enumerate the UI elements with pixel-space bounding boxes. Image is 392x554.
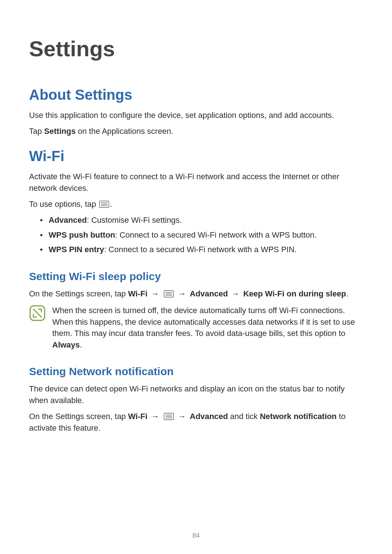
section-wifi-heading: Wi-Fi — [29, 148, 363, 164]
subsection-sleep-policy-heading: Setting Wi-Fi sleep policy — [29, 270, 363, 283]
option-wps-pin-desc: : Connect to a secured Wi-Fi network wit… — [104, 245, 297, 254]
network-notification-description: The device can detect open Wi-Fi network… — [29, 383, 363, 406]
list-item: WPS PIN entry: Connect to a secured Wi-F… — [40, 243, 363, 256]
network-notification-path: On the Settings screen, tap Wi-Fi → → Ad… — [29, 411, 363, 434]
text-fragment: . — [110, 200, 112, 209]
option-wps-pin-label: WPS PIN entry — [49, 245, 104, 254]
path-wifi: Wi-Fi — [128, 289, 148, 298]
text-fragment: On the Settings screen, tap — [29, 412, 128, 421]
page-number: 84 — [0, 532, 392, 539]
note-icon — [29, 305, 46, 321]
option-advanced-desc: : Customise Wi-Fi settings. — [87, 216, 182, 225]
wifi-description: Activate the Wi-Fi feature to connect to… — [29, 171, 363, 194]
text-fragment: Tap — [29, 127, 44, 136]
menu-icon — [164, 413, 174, 420]
menu-icon — [99, 201, 109, 208]
note-text: When the screen is turned off, the devic… — [52, 305, 363, 351]
wifi-options-list: Advanced: Customise Wi-Fi settings. WPS … — [40, 214, 363, 255]
option-wps-push-desc: : Connect to a secured Wi-Fi network wit… — [115, 230, 317, 239]
sleep-policy-path: On the Settings screen, tap Wi-Fi → → Ad… — [29, 288, 363, 300]
subsection-network-notification-heading: Setting Network notification — [29, 365, 363, 378]
text-fragment: and tick — [228, 412, 260, 421]
about-settings-tap-instruction: Tap Settings on the Applications screen. — [29, 126, 363, 137]
note-always: Always — [52, 340, 80, 349]
text-fragment: . — [80, 340, 82, 349]
note-block: When the screen is turned off, the devic… — [29, 305, 363, 351]
settings-app-name: Settings — [44, 127, 76, 136]
path-network-notification: Network notification — [260, 412, 336, 421]
text-fragment: When the screen is turned off, the devic… — [52, 306, 355, 338]
menu-icon — [164, 290, 174, 297]
list-item: WPS push button: Connect to a secured Wi… — [40, 229, 363, 241]
path-wifi: Wi-Fi — [128, 412, 148, 421]
text-fragment: To use options, tap — [29, 200, 98, 209]
wifi-options-instruction: To use options, tap . — [29, 198, 363, 210]
path-keep-wifi-on: Keep Wi-Fi on during sleep — [243, 289, 346, 298]
about-settings-description: Use this application to configure the de… — [29, 110, 363, 121]
arrow-icon: → — [151, 412, 159, 421]
arrow-icon: → — [178, 412, 186, 421]
list-item: Advanced: Customise Wi-Fi settings. — [40, 214, 363, 226]
path-advanced: Advanced — [190, 412, 228, 421]
option-advanced-label: Advanced — [49, 216, 87, 225]
chapter-title: Settings — [29, 36, 363, 61]
manual-page: Settings About Settings Use this applica… — [0, 0, 392, 554]
path-advanced: Advanced — [190, 289, 228, 298]
arrow-icon: → — [232, 289, 240, 298]
arrow-icon: → — [151, 289, 159, 298]
text-fragment: . — [346, 289, 348, 298]
arrow-icon: → — [178, 289, 186, 298]
option-wps-push-label: WPS push button — [49, 230, 115, 239]
text-fragment: on the Applications screen. — [75, 127, 173, 136]
section-about-settings-heading: About Settings — [29, 87, 363, 103]
text-fragment: On the Settings screen, tap — [29, 289, 128, 298]
